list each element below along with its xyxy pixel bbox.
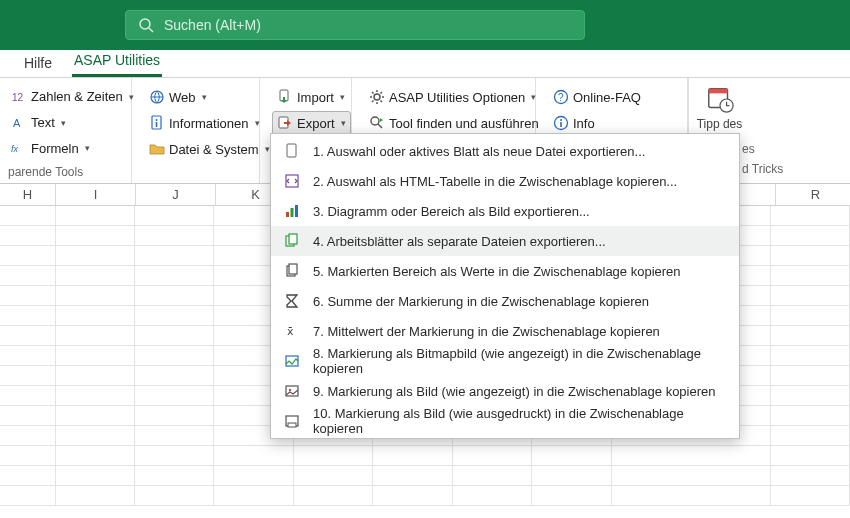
menu-image-displayed-clipboard[interactable]: 9. Markierung als Bild (wie angezeigt) i… <box>271 376 739 406</box>
formulas-button[interactable]: fxFormeln▾ <box>6 136 95 160</box>
clipped-text-tricks: d Tricks <box>742 162 783 176</box>
svg-rect-24 <box>286 212 289 217</box>
html-icon <box>283 172 301 190</box>
sheets-icon <box>283 232 301 250</box>
svg-rect-20 <box>708 89 727 94</box>
file-system-button[interactable]: Datei & System▾ <box>144 137 275 161</box>
svg-rect-30 <box>289 264 297 274</box>
asap-options-button[interactable]: ASAP Utilities Optionen▾ <box>364 85 541 109</box>
col-I[interactable]: I <box>56 184 136 205</box>
chart-icon <box>283 202 301 220</box>
text-button[interactable]: AText▾ <box>6 111 71 135</box>
svg-point-7 <box>156 119 158 121</box>
svg-point-0 <box>140 19 150 29</box>
online-faq-button[interactable]: ?Online-FAQ <box>548 85 646 109</box>
search-box[interactable]: Suchen (Alt+M) <box>125 10 585 40</box>
col-H[interactable]: H <box>0 184 56 205</box>
svg-text:x̄: x̄ <box>287 325 294 337</box>
image-icon <box>283 382 301 400</box>
svg-text:12: 12 <box>12 92 24 103</box>
print-image-icon <box>283 412 301 430</box>
clipped-text-es: es <box>742 142 755 156</box>
svg-text:fx: fx <box>11 144 19 154</box>
svg-point-34 <box>289 389 291 391</box>
fx-icon: fx <box>11 140 27 156</box>
tab-asap-utilities[interactable]: ASAP Utilities <box>72 48 162 77</box>
col-R[interactable]: R <box>776 184 850 205</box>
menu-average-clipboard[interactable]: x̄ 7. Mittelwert der Markierung in die Z… <box>271 316 739 346</box>
svg-rect-28 <box>289 234 297 244</box>
numbers-times-button[interactable]: 12Zahlen & Zeiten▾ <box>6 85 139 109</box>
group-label-sparing: parende Tools <box>2 161 121 183</box>
svg-rect-22 <box>287 144 296 157</box>
question-icon: ? <box>553 89 569 105</box>
folder-icon <box>149 141 165 157</box>
col-J[interactable]: J <box>136 184 216 205</box>
svg-point-12 <box>371 117 379 125</box>
doc-icon <box>283 142 301 160</box>
menu-values-clipboard[interactable]: 5. Markierten Bereich als Werte in die Z… <box>271 256 739 286</box>
search-run-icon <box>369 115 385 131</box>
menu-sum-clipboard[interactable]: 6. Summe der Markierung in die Zwischena… <box>271 286 739 316</box>
export-button[interactable]: Export▾ <box>272 111 351 135</box>
bitmap-icon <box>283 352 301 370</box>
information-button[interactable]: Informationen▾ <box>144 111 265 135</box>
calendar-clock-icon <box>705 84 735 114</box>
menu-chart-image-export[interactable]: 3. Diagramm oder Bereich als Bild export… <box>271 196 739 226</box>
info-button[interactable]: Info <box>548 111 600 135</box>
export-icon <box>277 115 293 131</box>
svg-point-17 <box>560 119 562 121</box>
text-icon: A <box>11 115 27 131</box>
copy-icon <box>283 262 301 280</box>
export-dropdown-menu: 1. Auswahl oder aktives Blatt als neue D… <box>270 133 740 439</box>
import-icon <box>277 89 293 105</box>
menu-bitmap-clipboard[interactable]: 8. Markierung als Bitmapbild (wie angeze… <box>271 346 739 376</box>
svg-text:?: ? <box>558 92 564 103</box>
search-icon <box>138 17 154 33</box>
numbers-icon: 12 <box>11 89 27 105</box>
find-tool-button[interactable]: Tool finden und ausführen <box>364 111 544 135</box>
svg-rect-36 <box>288 423 296 427</box>
svg-rect-8 <box>156 122 158 127</box>
svg-line-1 <box>149 28 153 32</box>
info-icon <box>553 115 569 131</box>
import-button[interactable]: Import▾ <box>272 85 350 109</box>
search-placeholder: Suchen (Alt+M) <box>164 17 261 33</box>
info-doc-icon <box>149 115 165 131</box>
sigma-icon <box>283 292 301 310</box>
ribbon: 12Zahlen & Zeiten▾ AText▾ fxFormeln▾ par… <box>0 78 850 184</box>
svg-rect-25 <box>291 208 294 217</box>
svg-rect-26 <box>295 205 298 217</box>
svg-text:A: A <box>13 117 21 129</box>
globe-icon <box>149 89 165 105</box>
svg-point-11 <box>374 94 380 100</box>
tab-strip: Hilfe ASAP Utilities <box>0 50 850 78</box>
menu-sheets-separate-files[interactable]: 4. Arbeitsblätter als separate Dateien e… <box>271 226 739 256</box>
svg-rect-18 <box>560 122 562 127</box>
tab-help[interactable]: Hilfe <box>22 51 54 77</box>
average-icon: x̄ <box>283 322 301 340</box>
menu-export-selection-newfile[interactable]: 1. Auswahl oder aktives Blatt als neue D… <box>271 136 739 166</box>
title-bar: Suchen (Alt+M) <box>0 0 850 50</box>
menu-image-printed-clipboard[interactable]: 10. Markierung als Bild (wie ausgedruckt… <box>271 406 739 436</box>
svg-line-13 <box>378 124 382 128</box>
web-button[interactable]: Web▾ <box>144 85 212 109</box>
gear-icon <box>369 89 385 105</box>
menu-html-table-clipboard[interactable]: 2. Auswahl als HTML-Tabelle in die Zwisc… <box>271 166 739 196</box>
